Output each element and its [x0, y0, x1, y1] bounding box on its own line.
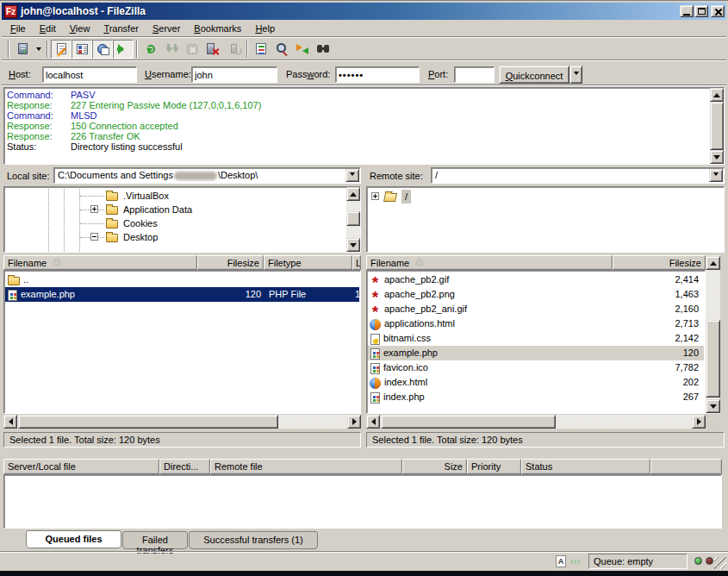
local-column-lastmodified[interactable]: L	[352, 255, 361, 270]
tree-item-cookies[interactable]: Cookies	[4, 216, 345, 230]
toggle-local-tree-button[interactable]	[72, 40, 92, 59]
window-title: john@localhost - FileZilla	[21, 5, 146, 17]
file-row[interactable]: applications.html2,713	[368, 316, 704, 331]
remote-h-scrollbar[interactable]	[366, 415, 706, 429]
local-status-text: Selected 1 file. Total size: 120 bytes	[3, 432, 361, 448]
expand-plus-icon[interactable]	[371, 192, 379, 200]
scroll-down-button[interactable]	[710, 150, 724, 164]
queue-column-priority[interactable]: Priority	[467, 459, 521, 474]
close-button[interactable]	[711, 5, 725, 17]
local-tree-scrollbar[interactable]	[346, 187, 360, 252]
menu-edit[interactable]: Edit	[33, 22, 63, 35]
scrollbar-thumb[interactable]	[381, 415, 556, 429]
compare-directories-button[interactable]	[271, 40, 292, 59]
host-input[interactable]	[42, 66, 137, 83]
scroll-right-button[interactable]	[347, 415, 361, 429]
queue-column-serverlocal[interactable]: Server/Local file	[3, 459, 159, 474]
site-manager-dropdown[interactable]	[33, 40, 44, 59]
menu-file[interactable]: File	[3, 22, 33, 35]
message-log[interactable]: Command:PASV Response:227 Entering Passi…	[3, 87, 725, 165]
remote-v-scrollbar[interactable]	[706, 255, 720, 414]
scroll-left-button[interactable]	[3, 415, 17, 429]
file-row[interactable]: apache_pb2_ani.gif2,160	[368, 302, 704, 316]
port-label: Port:	[428, 69, 448, 79]
queue-column-direction[interactable]: Directi...	[159, 459, 210, 474]
file-row-selected[interactable]: example.php 120 PHP File 1	[5, 287, 359, 302]
filter-button[interactable]	[251, 40, 271, 59]
combo-dropdown[interactable]	[345, 169, 359, 182]
cancel-operation-button[interactable]	[182, 40, 202, 59]
tree-item-desktop[interactable]: Desktop	[4, 230, 345, 244]
file-row[interactable]: index.html202	[368, 375, 704, 390]
queue-column-size[interactable]: Size	[402, 459, 467, 474]
remote-tree[interactable]: /	[366, 186, 725, 253]
quickconnect-dropdown[interactable]	[569, 66, 582, 84]
site-manager-button[interactable]	[12, 40, 33, 59]
scroll-up-button[interactable]	[346, 187, 360, 201]
tree-item-root[interactable]: /	[367, 190, 724, 203]
scroll-down-button[interactable]	[706, 399, 720, 413]
disconnect-button[interactable]	[202, 40, 223, 59]
scrollbar-thumb[interactable]	[346, 211, 360, 226]
username-input[interactable]	[191, 66, 277, 83]
toggle-message-log-button[interactable]	[51, 40, 72, 59]
find-files-button[interactable]	[313, 40, 333, 59]
scrollbar-thumb[interactable]	[706, 320, 720, 398]
scroll-right-button[interactable]	[692, 415, 706, 429]
tab-successful-transfers[interactable]: Successful transfers (1)	[189, 531, 318, 549]
synchronized-browsing-button[interactable]	[292, 40, 313, 59]
file-row[interactable]: bitnami.css2,142	[368, 331, 704, 346]
file-row-parent[interactable]: ..	[5, 272, 359, 287]
queue-column-remotefile[interactable]: Remote file	[210, 459, 402, 474]
php-file-icon	[370, 392, 380, 404]
remote-file-list[interactable]: apache_pb2.gif2,414 apache_pb2.png1,463 …	[366, 270, 706, 414]
file-row[interactable]: index.php267	[368, 390, 704, 404]
port-input[interactable]	[454, 66, 495, 83]
combo-dropdown[interactable]	[709, 169, 723, 182]
menu-help[interactable]: Help	[248, 22, 282, 35]
scroll-left-button[interactable]	[366, 415, 380, 429]
scrollbar-thumb[interactable]	[710, 102, 724, 150]
local-column-filesize[interactable]: Filesize	[197, 255, 264, 270]
tab-queued-files[interactable]: Queued files	[26, 530, 121, 548]
local-site-combo[interactable]: C:\Documents and Settings\Desktop\	[53, 167, 361, 184]
reconnect-button[interactable]	[223, 40, 244, 59]
scroll-up-button[interactable]	[706, 256, 720, 270]
local-column-filename[interactable]: Filename	[3, 255, 197, 270]
local-h-scrollbar[interactable]	[3, 415, 361, 429]
maximize-button[interactable]	[694, 5, 708, 17]
remote-column-filesize[interactable]: Filesize	[613, 255, 706, 270]
tab-failed-transfers[interactable]: Failed transfers	[122, 531, 188, 549]
local-column-filetype[interactable]: Filetype	[264, 255, 352, 270]
transfer-queue-list[interactable]	[3, 474, 722, 529]
quickconnect-button[interactable]: Quickconnect	[499, 66, 569, 84]
refresh-button[interactable]	[140, 40, 161, 59]
file-row[interactable]: apache_pb2.gif2,414	[368, 272, 704, 287]
remote-column-filename[interactable]: Filename	[366, 255, 613, 270]
menu-view[interactable]: View	[63, 22, 97, 35]
file-row[interactable]: apache_pb2.png1,463	[368, 287, 704, 302]
toggle-transfer-queue-button[interactable]	[113, 40, 134, 59]
tree-item-application-data[interactable]: Application Data	[4, 203, 345, 216]
resize-grip[interactable]	[714, 557, 726, 569]
collapse-minus-icon[interactable]	[90, 233, 98, 241]
scrollbar-thumb[interactable]	[18, 415, 278, 429]
menu-bookmarks[interactable]: Bookmarks	[187, 22, 248, 35]
scroll-down-button[interactable]	[346, 238, 360, 252]
tree-item-virtualbox[interactable]: .VirtualBox	[4, 189, 345, 203]
password-input[interactable]	[335, 66, 420, 83]
file-row[interactable]: favicon.ico7,782	[368, 360, 704, 375]
minimize-button[interactable]	[680, 5, 694, 17]
expand-plus-icon[interactable]	[90, 205, 98, 213]
log-scrollbar[interactable]	[710, 88, 724, 164]
remote-site-combo[interactable]: /	[431, 167, 725, 184]
menu-server[interactable]: Server	[146, 22, 187, 35]
queue-column-status[interactable]: Status	[521, 459, 650, 474]
menu-transfer[interactable]: Transfer	[96, 22, 146, 35]
toggle-remote-tree-button[interactable]	[92, 40, 113, 59]
file-row-selected[interactable]: example.php120	[368, 346, 704, 360]
local-file-list[interactable]: .. example.php 120 PHP File 1	[3, 270, 361, 414]
process-queue-button[interactable]	[161, 40, 182, 59]
local-tree[interactable]: .VirtualBox Application Data Cookies Des…	[3, 186, 361, 253]
scroll-up-button[interactable]	[710, 88, 724, 102]
